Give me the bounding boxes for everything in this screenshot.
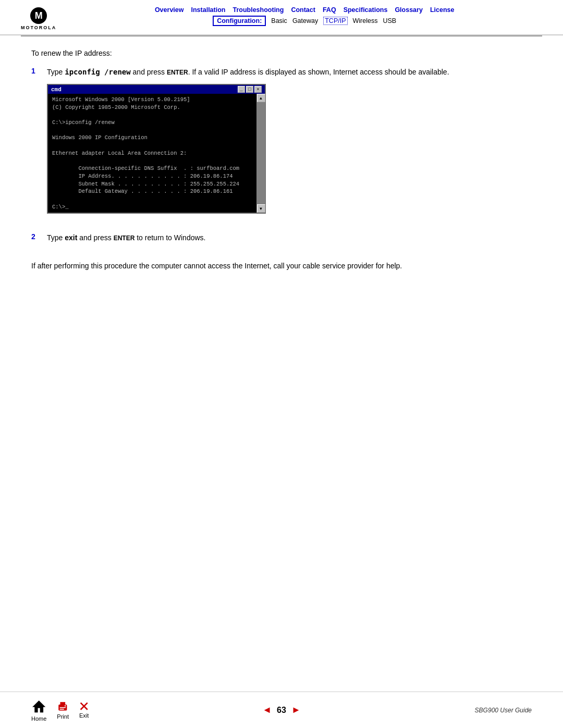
cmd-line-6: Windows 2000 IP Configuration [52,134,252,142]
cmd-window: cmd _ □ × Microsoft Windows 2000 [Versio… [47,84,266,214]
cmd-maximize-button[interactable]: □ [246,86,253,93]
nav-contact[interactable]: Contact [291,6,315,14]
home-button[interactable]: Home [31,698,46,721]
svg-rect-3 [60,707,66,708]
cmd-line-2: (C) Copyright 1985-2000 Microsoft Corp. [52,104,252,112]
svg-rect-2 [60,702,66,705]
step-1-content: Type ipconfig /renew and press ENTER. If… [47,67,532,222]
cmd-titlebar-buttons: _ □ × [238,86,262,93]
step-1-number: 1 [31,67,44,75]
motorola-circle-icon: M [30,7,47,24]
cmd-line-15: C:\>_ [52,203,252,211]
guide-name: SBG900 User Guide [475,707,532,714]
cmd-line-1: Microsoft Windows 2000 [Version 5.00.219… [52,96,252,104]
nav-faq[interactable]: FAQ [323,6,336,14]
step-1-rest: . If a valid IP address is displayed as … [188,68,449,76]
motorola-wordmark: MOTOROLA [21,25,56,30]
nav-area: Overview Installation Troubleshooting Co… [67,6,542,26]
cmd-titlebar: cmd _ □ × [48,85,265,94]
step-2-text: Type exit and press ENTER to return to W… [47,232,532,243]
step-1-command: ipconfig /renew [65,68,130,76]
exit-label: Exit [79,712,89,719]
nav-bottom: Configuration: Basic Gateway TCP/IP Wire… [213,16,396,26]
main-content: To renew the IP address: 1 Type ipconfig… [0,36,563,314]
cmd-close-button[interactable]: × [254,86,262,93]
step-2: 2 Type exit and press ENTER to return to… [31,232,532,250]
nav-glossary[interactable]: Glossary [395,6,423,14]
step-1-text: Type ipconfig /renew and press ENTER. If… [47,67,532,78]
cmd-line-10: Connection-specific DNS Suffix . : surfb… [52,165,252,172]
nav-overview[interactable]: Overview [155,6,184,14]
intro-text: To renew the IP address: [31,49,532,57]
prev-page-button[interactable]: ◄ [262,705,272,715]
cmd-line-12: Subnet Mask . . . . . . . . . . : 255.25… [52,180,252,188]
cmd-scroll-down-button[interactable]: ▼ [257,204,265,213]
logo-area: M MOTOROLA [21,7,56,30]
next-page-button[interactable]: ► [291,705,301,715]
nav-license[interactable]: License [430,6,455,14]
nav-troubleshooting[interactable]: Troubleshooting [232,6,284,14]
footer-paragraph: If after performing this procedure the c… [31,260,532,272]
cmd-scroll-up-button[interactable]: ▲ [257,94,265,102]
svg-rect-4 [60,709,64,710]
cmd-line-9 [52,157,252,165]
motorola-logo: M MOTOROLA [21,7,56,30]
config-label[interactable]: Configuration: [213,16,266,26]
step-2-content: Type exit and press ENTER to return to W… [47,232,532,250]
cmd-line-4: C:\>ipconfig /renew [52,119,252,127]
page-footer: Home Print Exit ◄ 63 ► SBG900 U [0,692,563,728]
cmd-line-5 [52,127,252,134]
step-2-command: exit [65,233,77,242]
nav-tcpip[interactable]: TCP/IP [323,17,347,25]
svg-point-5 [65,705,66,706]
cmd-line-3 [52,111,252,119]
svg-marker-0 [32,701,45,713]
cmd-line-13: Default Gateway . . . . . . . . : 206.19… [52,188,252,195]
cmd-body: Microsoft Windows 2000 [Version 5.00.219… [48,94,256,213]
step-2-number: 2 [31,232,44,241]
cmd-title: cmd [51,87,62,93]
cmd-minimize-button[interactable]: _ [238,86,245,93]
cmd-body-wrapper: Microsoft Windows 2000 [Version 5.00.219… [48,94,265,213]
nav-top: Overview Installation Troubleshooting Co… [155,6,455,14]
cmd-line-8: Ethernet adapter Local Area Connection 2… [52,150,252,157]
footer-nav: Home Print Exit [31,698,475,721]
nav-gateway[interactable]: Gateway [292,17,318,24]
step-2-rest: to return to Windows. [134,233,205,242]
nav-installation[interactable]: Installation [191,6,225,14]
page-header: M MOTOROLA Overview Installation Trouble… [0,0,563,35]
exit-icon [79,701,89,711]
nav-basic[interactable]: Basic [271,17,287,24]
step-2-key: ENTER [114,235,135,242]
nav-usb[interactable]: USB [383,17,396,24]
print-icon [57,700,69,712]
home-icon [31,698,46,713]
cmd-scrollbar: ▲ ▼ [256,94,265,213]
nav-specifications[interactable]: Specifications [344,6,388,14]
cmd-line-11: IP Address. . . . . . . . . . . : 206.19… [52,172,252,180]
step-1-key: ENTER [167,69,188,76]
print-button[interactable]: Print [57,700,69,720]
cmd-line-14 [52,195,252,203]
footer-page-nav: ◄ 63 ► [262,705,300,715]
cmd-scroll-track [257,102,265,204]
exit-button[interactable]: Exit [79,701,89,719]
cmd-line-7 [52,142,252,150]
step-1: 1 Type ipconfig /renew and press ENTER. … [31,67,532,222]
page-number: 63 [277,706,286,715]
home-label: Home [31,715,46,722]
nav-wireless[interactable]: Wireless [353,17,378,24]
print-label: Print [57,713,69,720]
